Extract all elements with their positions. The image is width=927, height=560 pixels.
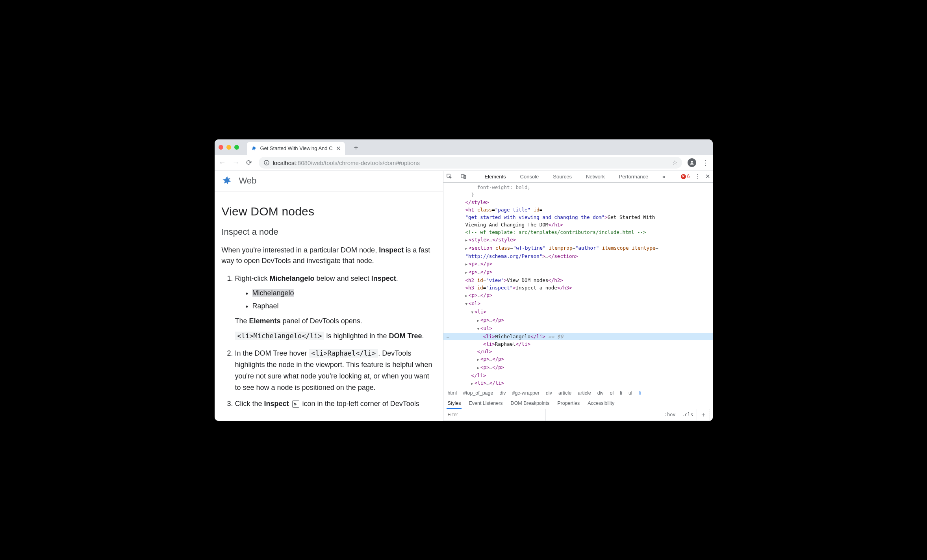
dom-row[interactable]: <li>Raphael</li> <box>443 340 712 348</box>
devtools-tab-performance[interactable]: Performance <box>619 174 648 180</box>
step-1: Right-click Michelangelo below and selec… <box>235 273 436 341</box>
address-bar[interactable]: localhost:8080/web/tools/chrome-devtools… <box>259 157 682 169</box>
dom-row[interactable]: } <box>443 191 712 198</box>
svg-point-3 <box>691 161 693 163</box>
styles-tabbar: StylesEvent ListenersDOM BreakpointsProp… <box>443 398 712 409</box>
dom-row[interactable]: </li> <box>443 372 712 379</box>
more-tabs-button[interactable]: » <box>662 174 665 180</box>
michelangelo-item: Michelangelo <box>252 289 294 297</box>
inspect-element-icon[interactable] <box>446 173 453 180</box>
device-toolbar-icon[interactable] <box>460 173 467 180</box>
new-style-rule-button[interactable]: ＋ <box>697 409 710 421</box>
window-close-button[interactable] <box>219 145 223 150</box>
dom-row[interactable]: "get_started_with_viewing_and_changing_t… <box>443 213 712 221</box>
subtab-properties[interactable]: Properties <box>557 401 580 406</box>
dom-row[interactable]: <li> <box>443 308 712 316</box>
page-pane: Web View DOM nodes Inspect a node When y… <box>215 171 444 421</box>
dom-row[interactable]: "http://schema.org/Person">…</section> <box>443 252 712 260</box>
dom-row[interactable]: <ol> <box>443 300 712 308</box>
devtools-pane: ElementsConsoleSourcesNetworkPerformance… <box>443 171 712 421</box>
browser-window: Get Started With Viewing And C ✕ ＋ ← → ⟳… <box>215 139 713 421</box>
dom-row[interactable]: <li>…</li> <box>443 379 712 388</box>
window-minimize-button[interactable] <box>226 145 231 150</box>
info-icon <box>263 159 270 166</box>
hov-toggle[interactable]: :hov <box>661 412 679 417</box>
list-item[interactable]: Michelangelo <box>252 287 436 299</box>
dom-row[interactable]: <ul> <box>443 325 712 333</box>
dom-row[interactable]: <style>…</style> <box>443 236 712 244</box>
crumb[interactable]: div <box>546 390 552 396</box>
crumb[interactable]: article <box>558 390 571 396</box>
crumb[interactable]: #top_of_page <box>463 390 493 396</box>
breadcrumb[interactable]: html#top_of_pagediv#gc-wrapperdivarticle… <box>443 388 712 398</box>
styles-filter-input[interactable] <box>443 409 546 421</box>
crumb[interactable]: #gc-wrapper <box>512 390 539 396</box>
crumb[interactable]: html <box>447 390 457 396</box>
site-header: Web <box>215 171 443 191</box>
code-literal: <li>Michelangelo</li> <box>235 332 324 340</box>
code-sentence: <li>Michelangelo</li> is highlighted in … <box>235 331 436 342</box>
crumb[interactable]: li <box>620 390 622 396</box>
bookmark-icon[interactable]: ☆ <box>672 159 677 166</box>
close-icon[interactable]: ✕ <box>336 145 341 152</box>
dom-row[interactable]: <p>…</p> <box>443 291 712 300</box>
dom-row[interactable]: </ul> <box>443 348 712 355</box>
inspect-icon <box>292 401 299 408</box>
reload-button[interactable]: ⟳ <box>245 158 253 167</box>
subtab-styles[interactable]: Styles <box>447 401 461 406</box>
error-count[interactable]: ✕ 6 <box>681 174 690 179</box>
dom-row[interactable]: <p>…</p> <box>443 355 712 363</box>
toolbar: ← → ⟳ localhost:8080/web/tools/chrome-de… <box>215 155 713 171</box>
url-host: localhost <box>273 159 296 166</box>
crumb[interactable]: li <box>639 390 641 396</box>
steps-list: Right-click Michelangelo below and selec… <box>222 273 436 409</box>
devtools-tabbar: ElementsConsoleSourcesNetworkPerformance… <box>443 171 712 183</box>
tab-strip: Get Started With Viewing And C ✕ ＋ <box>215 139 713 155</box>
forward-button[interactable]: → <box>232 159 240 167</box>
dom-row[interactable]: <h2 id="view">View DOM nodes</h2> <box>443 276 712 284</box>
dom-row[interactable]: Viewing And Changing The DOM</h1> <box>443 221 712 228</box>
elements-sentence: The Elements panel of DevTools opens. <box>235 316 436 327</box>
dom-tree[interactable]: font-weight: bold; } </style> <h1 class=… <box>443 183 712 388</box>
crumb[interactable]: div <box>597 390 604 396</box>
list-item[interactable]: Raphael <box>252 300 436 312</box>
window-zoom-button[interactable] <box>234 145 239 150</box>
devtools-tab-elements[interactable]: Elements <box>484 174 506 180</box>
dom-row[interactable]: <h3 id="inspect">Inspect a node</h3> <box>443 284 712 291</box>
traffic-lights <box>219 145 239 150</box>
dom-row[interactable]: <p>…</p> <box>443 260 712 268</box>
devtools-tab-network[interactable]: Network <box>586 174 605 180</box>
devtools-close-button[interactable]: ✕ <box>705 173 710 180</box>
dom-row[interactable]: <p>…</p> <box>443 316 712 325</box>
subtab-accessibility[interactable]: Accessibility <box>588 401 614 406</box>
crumb[interactable]: div <box>499 390 506 396</box>
crumb[interactable]: article <box>578 390 591 396</box>
crumb[interactable]: ol <box>610 390 614 396</box>
back-button[interactable]: ← <box>219 159 226 167</box>
crumb[interactable]: ul <box>629 390 632 396</box>
cls-toggle[interactable]: .cls <box>679 412 697 417</box>
styles-filter-bar: :hov .cls ＋ <box>443 409 712 421</box>
site-logo-icon <box>222 175 233 186</box>
devtools-menu-button[interactable]: ⋮ <box>695 173 701 180</box>
subtab-event-listeners[interactable]: Event Listeners <box>469 401 502 406</box>
dom-row[interactable]: <h1 class="page-title" id= <box>443 206 712 213</box>
devtools-tab-sources[interactable]: Sources <box>553 174 572 180</box>
url-path: :8080/web/tools/chrome-devtools/dom/#opt… <box>296 159 420 166</box>
browser-tab[interactable]: Get Started With Viewing And C ✕ <box>247 142 345 155</box>
resize-handle[interactable] <box>710 409 713 421</box>
content-split: Web View DOM nodes Inspect a node When y… <box>215 171 713 421</box>
browser-menu-button[interactable]: ⋮ <box>702 159 709 166</box>
dom-row[interactable]: </style> <box>443 198 712 206</box>
dom-row[interactable]: <section class="wf-byline" itemprop="aut… <box>443 244 712 252</box>
dom-row[interactable]: <p>…</p> <box>443 363 712 372</box>
dom-row[interactable]: … <li>Michelangelo</li> == $0 <box>443 333 712 340</box>
dom-row[interactable]: <p>…</p> <box>443 268 712 276</box>
devtools-tab-console[interactable]: Console <box>520 174 539 180</box>
account-icon[interactable] <box>688 158 696 167</box>
dom-row[interactable]: <!-- wf_template: src/templates/contribu… <box>443 228 712 236</box>
dom-row[interactable]: font-weight: bold; <box>443 184 712 191</box>
subtab-dom-breakpoints[interactable]: DOM Breakpoints <box>511 401 550 406</box>
page-body: View DOM nodes Inspect a node When you'r… <box>215 191 443 414</box>
new-tab-button[interactable]: ＋ <box>350 142 362 153</box>
